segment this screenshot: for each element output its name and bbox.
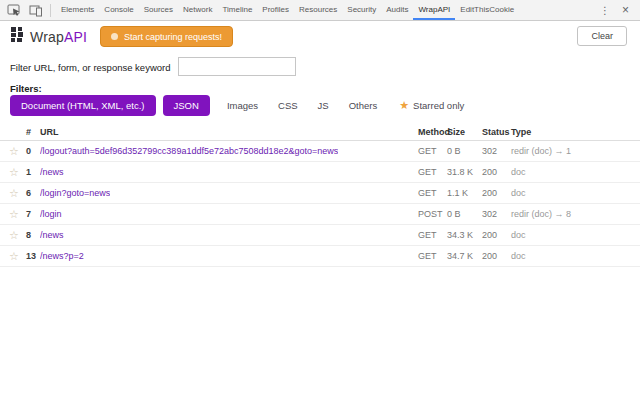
brand-api: API [64,29,87,45]
row-size: 0 B [447,141,461,162]
devtools-tab[interactable]: Audits [381,0,413,20]
inspect-element-icon[interactable] [5,3,22,18]
row-url-link[interactable]: /login?goto=news [40,183,110,204]
wrapapi-panel: WrapAPI Start capturing requests! Clear … [0,21,640,400]
row-star-icon[interactable]: ☆ [9,225,19,246]
col-header-size: Size [447,127,465,137]
filters-label: Filters: [10,83,42,94]
requests-table: # URL Method Size Status Type ☆ 0 /logou… [0,124,640,267]
close-icon[interactable]: × [618,3,633,17]
devtools-tab[interactable]: Profiles [257,0,294,20]
filter-type-buttons: Document (HTML, XML, etc.) JSON Images C… [10,94,464,116]
row-type: redir (doc) → 8 [511,204,571,225]
row-number: 8 [26,225,31,246]
brand-wrap: Wrap [30,29,64,45]
row-size: 1.1 K [447,183,468,204]
row-number: 1 [26,162,31,183]
row-number: 7 [26,204,31,225]
row-type: doc [511,246,526,267]
devtools-tab[interactable]: Timeline [217,0,257,20]
row-number: 13 [26,246,36,267]
row-size: 0 B [447,204,461,225]
devtools-tab-bar: Elements Console Sources Network Timelin… [0,0,640,21]
devtools-tab[interactable]: Network [178,0,217,20]
row-status: 302 [482,204,497,225]
wrapapi-logo-icon [10,27,25,46]
table-row: ☆ 0 /logout?auth=5def96d352799cc389a1ddf… [0,141,640,162]
table-row: ☆ 1 /news GET 31.8 K 200 doc [0,162,640,183]
devtools-tab[interactable]: Security [342,0,381,20]
row-star-icon[interactable]: ☆ [9,141,19,162]
row-star-icon[interactable]: ☆ [9,246,19,267]
table-row: ☆ 8 /news GET 34.3 K 200 doc [0,225,640,246]
row-method: GET [418,183,437,204]
devtools-tab[interactable]: WrapAPI [413,0,455,20]
row-method: GET [418,246,437,267]
row-url-link[interactable]: /news?p=2 [40,246,84,267]
starred-only-toggle[interactable]: ★Starred only [399,99,464,112]
clear-button[interactable]: Clear [577,26,627,46]
row-type: doc [511,162,526,183]
filter-keyword-label: Filter URL, form, or response keyword [10,62,171,73]
row-number: 6 [26,183,31,204]
devtools-tab[interactable]: Sources [139,0,178,20]
col-header-url: URL [40,127,59,137]
row-size: 31.8 K [447,162,473,183]
col-header-status: Status [482,127,510,137]
filter-type-button[interactable]: JS [318,95,329,116]
filter-type-button[interactable]: JSON [163,95,210,116]
row-method: POST [418,204,443,225]
record-dot-icon [111,33,118,40]
star-icon: ★ [399,99,409,112]
row-method: GET [418,141,437,162]
row-status: 302 [482,141,497,162]
filter-keyword-input[interactable] [178,57,296,76]
col-header-num: # [26,127,31,137]
filter-type-button[interactable]: CSS [278,95,298,116]
filter-type-button[interactable]: Document (HTML, XML, etc.) [10,95,156,116]
requests-table-body: ☆ 0 /logout?auth=5def96d352799cc389a1ddf… [0,141,640,267]
row-star-icon[interactable]: ☆ [9,204,19,225]
table-row: ☆ 13 /news?p=2 GET 34.7 K 200 doc [0,246,640,267]
row-size: 34.7 K [447,246,473,267]
device-toolbar-icon[interactable] [27,3,44,18]
row-status: 200 [482,183,497,204]
row-number: 0 [26,141,31,162]
row-size: 34.3 K [447,225,473,246]
filter-type-button[interactable]: Images [227,95,258,116]
row-star-icon[interactable]: ☆ [9,183,19,204]
devtools-tabs: Elements Console Sources Network Timelin… [56,0,519,20]
col-header-method: Method [418,127,450,137]
devtools-tab[interactable]: Console [99,0,138,20]
start-capturing-button[interactable]: Start capturing requests! [100,26,233,47]
kebab-menu-icon[interactable]: ⋮ [592,5,618,16]
row-method: GET [418,225,437,246]
filter-type-button[interactable]: Others [349,95,378,116]
row-star-icon[interactable]: ☆ [9,162,19,183]
row-status: 200 [482,225,497,246]
row-url-link[interactable]: /news [40,225,64,246]
row-method: GET [418,162,437,183]
wrapapi-logo: WrapAPI [10,27,87,46]
devtools-tab[interactable]: Resources [294,0,342,20]
table-row: ☆ 6 /login?goto=news GET 1.1 K 200 doc [0,183,640,204]
toolbar-divider [50,4,51,17]
row-type: doc [511,183,526,204]
row-url-link[interactable]: /logout?auth=5def96d352799cc389a1ddf5e72… [40,141,338,162]
devtools-tab[interactable]: EditThisCookie [455,0,519,20]
table-row: ☆ 7 /login POST 0 B 302 redir (doc) → 8 [0,204,640,225]
row-url-link[interactable]: /login [40,204,62,225]
devtools-tab[interactable]: Elements [56,0,99,20]
row-status: 200 [482,246,497,267]
requests-table-header: # URL Method Size Status Type [0,124,640,141]
col-header-type: Type [511,127,531,137]
starred-only-label: Starred only [413,100,464,111]
row-url-link[interactable]: /news [40,162,64,183]
row-type: doc [511,225,526,246]
start-capturing-label: Start capturing requests! [124,32,222,42]
row-type: redir (doc) → 1 [511,141,571,162]
row-status: 200 [482,162,497,183]
